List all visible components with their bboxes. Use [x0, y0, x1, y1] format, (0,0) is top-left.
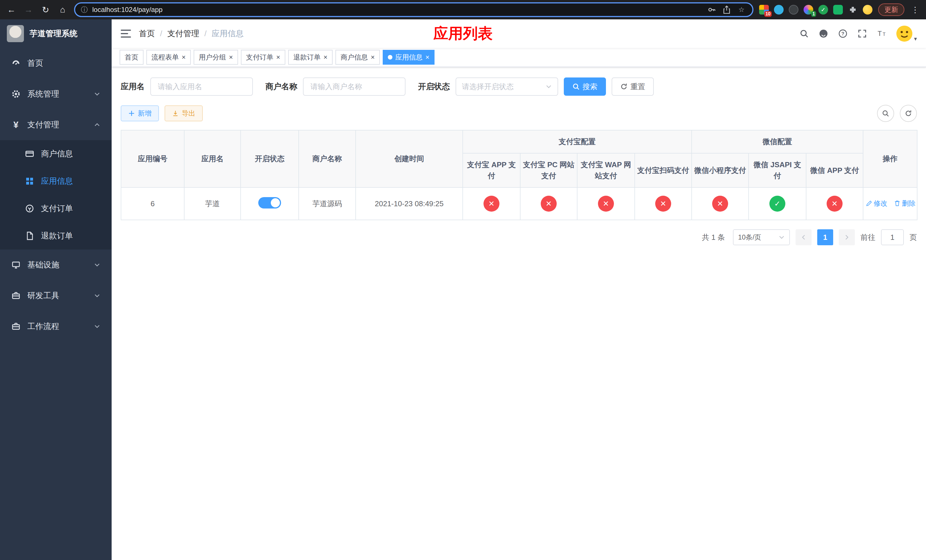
- export-button[interactable]: 导出: [165, 105, 203, 121]
- tab-label: 用户分组: [199, 53, 226, 62]
- pagination-total: 共 1 条: [702, 232, 725, 242]
- bookmark-star-icon[interactable]: ☆: [736, 5, 747, 14]
- goto-label: 前往: [861, 232, 875, 242]
- sidebar-item-payment[interactable]: ¥ 支付管理: [0, 109, 112, 140]
- browser-update-button[interactable]: 更新: [878, 3, 904, 16]
- sidebar-item-workflow[interactable]: 工作流程: [0, 311, 112, 342]
- search-icon[interactable]: [799, 29, 809, 39]
- sidebar-item-system[interactable]: 系统管理: [0, 79, 112, 109]
- tab-home[interactable]: 首页: [120, 50, 144, 65]
- password-key-icon[interactable]: [707, 5, 717, 14]
- browser-menu-icon[interactable]: ⋮: [910, 5, 920, 15]
- status-select[interactable]: 请选择开启状态: [455, 77, 558, 96]
- sidebar-item-devtools[interactable]: 研发工具: [0, 280, 112, 311]
- github-icon[interactable]: [819, 29, 829, 39]
- url-text[interactable]: localhost:1024/pay/app: [92, 6, 702, 14]
- tab-refund-orders[interactable]: 退款订单 ×: [288, 50, 333, 65]
- delete-button[interactable]: 删除: [894, 199, 915, 208]
- avatar-emoji-icon: [896, 25, 913, 42]
- page-size-select[interactable]: 10条/页: [733, 229, 790, 245]
- payment-submenu: 商户信息 应用信息 支付订单 退款订单: [0, 140, 112, 250]
- status-cross-icon: [827, 196, 843, 212]
- sidebar: 芋道管理系统 首页 系统管理 ¥ 支付管理 商户信息: [0, 20, 112, 560]
- extension-dark-icon[interactable]: [789, 5, 799, 15]
- sidebar-item-home[interactable]: 首页: [0, 48, 112, 79]
- pagination: 共 1 条 10条/页 1 前往 页: [121, 229, 917, 245]
- close-icon[interactable]: ×: [229, 54, 233, 61]
- status-label: 开启状态: [418, 81, 450, 92]
- status-toggle[interactable]: [258, 197, 281, 209]
- close-icon[interactable]: ×: [371, 54, 375, 61]
- app-name-input[interactable]: [150, 77, 253, 96]
- forward-icon[interactable]: →: [23, 5, 34, 15]
- extension-color-icon[interactable]: 1: [803, 5, 813, 15]
- extension-check-icon[interactable]: ✓: [819, 5, 828, 15]
- page-size-value: 10条/页: [738, 233, 761, 242]
- reset-button[interactable]: 重置: [612, 77, 654, 96]
- chevron-down-icon: [94, 292, 100, 299]
- cell-alipay-app: [463, 188, 520, 220]
- breadcrumb-payment[interactable]: 支付管理: [168, 28, 212, 39]
- sidebar-item-merchant-info[interactable]: 商户信息: [0, 140, 112, 168]
- toolbox-icon: [11, 322, 21, 331]
- col-header-alipay-qr: 支付宝扫码支付: [635, 153, 691, 188]
- tab-merchant-info[interactable]: 商户信息 ×: [336, 50, 380, 65]
- tab-user-group[interactable]: 用户分组 ×: [194, 50, 238, 65]
- refresh-table-button[interactable]: [900, 105, 917, 122]
- toolbox-icon: [11, 291, 21, 300]
- close-icon[interactable]: ×: [324, 54, 327, 61]
- merchant-name-input[interactable]: [303, 77, 406, 96]
- add-button[interactable]: 新增: [121, 105, 159, 121]
- home-icon[interactable]: ⌂: [57, 5, 68, 15]
- extension-grid-icon[interactable]: 10: [759, 5, 769, 15]
- col-header-alipay-wap: 支付宝 WAP 网站支付: [577, 153, 635, 188]
- tab-label: 首页: [125, 53, 138, 62]
- close-icon[interactable]: ×: [182, 54, 186, 61]
- profile-avatar-icon[interactable]: [863, 5, 873, 15]
- sidebar-item-infrastructure[interactable]: 基础设施: [0, 250, 112, 280]
- page-number-current[interactable]: 1: [817, 229, 833, 245]
- tab-label: 商户信息: [340, 53, 368, 62]
- extension-pin-icon[interactable]: [774, 5, 784, 15]
- tab-app-info[interactable]: 应用信息 ×: [383, 50, 434, 65]
- help-icon[interactable]: ?: [838, 29, 848, 39]
- site-info-icon[interactable]: ⓘ: [81, 5, 88, 14]
- back-icon[interactable]: ←: [6, 5, 17, 15]
- sidebar-item-label: 工作流程: [27, 321, 59, 332]
- cell-wechat-mini: [691, 188, 749, 220]
- status-cross-icon: [712, 196, 728, 212]
- next-page-button[interactable]: [839, 229, 855, 245]
- cell-merchant: 芋道源码: [299, 188, 356, 220]
- reload-icon[interactable]: ↻: [40, 5, 51, 15]
- tab-payment-orders[interactable]: 支付订单 ×: [241, 50, 285, 65]
- extensions-puzzle-icon[interactable]: [848, 5, 858, 15]
- add-button-label: 新增: [138, 109, 151, 118]
- toggle-search-button[interactable]: [877, 105, 894, 122]
- fullscreen-icon[interactable]: [857, 29, 867, 39]
- sidebar-item-refund-orders[interactable]: 退款订单: [0, 222, 112, 250]
- address-bar[interactable]: ⓘ localhost:1024/pay/app ☆: [74, 2, 754, 17]
- sidebar-item-payment-orders[interactable]: 支付订单: [0, 195, 112, 222]
- tab-process-form[interactable]: 流程表单 ×: [146, 50, 191, 65]
- sidebar-item-label: 首页: [27, 58, 43, 69]
- yen-icon: ¥: [11, 120, 21, 130]
- chevron-down-icon: [546, 83, 552, 90]
- close-icon[interactable]: ×: [276, 54, 280, 61]
- sidebar-item-label: 系统管理: [27, 89, 59, 100]
- user-avatar[interactable]: ▾: [896, 25, 917, 42]
- sidebar-toggle-icon[interactable]: [121, 30, 131, 38]
- close-icon[interactable]: ×: [425, 54, 430, 61]
- tab-label: 流程表单: [151, 53, 179, 62]
- breadcrumb-home[interactable]: 首页: [139, 28, 168, 39]
- sidebar-item-label: 基础设施: [27, 259, 59, 270]
- prev-page-button[interactable]: [796, 229, 811, 245]
- edit-button[interactable]: 修改: [865, 199, 887, 208]
- goto-page-input[interactable]: [881, 229, 904, 245]
- search-button[interactable]: 搜索: [564, 77, 606, 96]
- share-icon[interactable]: [722, 5, 732, 14]
- extension-chat-icon[interactable]: [833, 5, 843, 15]
- sidebar-item-app-info[interactable]: 应用信息: [0, 168, 112, 195]
- font-size-icon[interactable]: TT: [876, 29, 887, 39]
- status-cross-icon: [541, 196, 557, 212]
- app-logo[interactable]: 芋道管理系统: [0, 20, 112, 48]
